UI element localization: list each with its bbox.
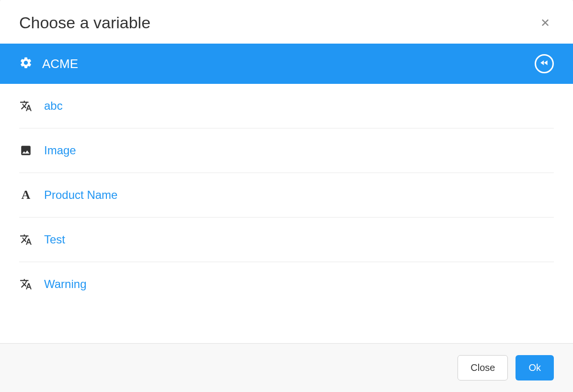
variable-item-product-name[interactable]: A Product Name [19, 173, 554, 218]
modal-footer: Close Ok [0, 343, 573, 392]
variable-label: Warning [44, 277, 86, 291]
modal-header: Choose a variable ✕ [0, 0, 573, 44]
variable-label: Test [44, 233, 65, 246]
font-icon: A [19, 188, 33, 202]
gear-icon [19, 56, 33, 71]
variable-item-warning[interactable]: Warning [19, 262, 554, 306]
choose-variable-modal: Choose a variable ✕ ACME abc Image [0, 0, 573, 392]
close-icon[interactable]: ✕ [537, 15, 554, 31]
category-label: ACME [42, 57, 78, 71]
variable-list: abc Image A Product Name Test Warning [0, 84, 573, 343]
variable-item-abc[interactable]: abc [19, 84, 554, 128]
variable-item-image[interactable]: Image [19, 128, 554, 173]
translate-icon [19, 277, 33, 291]
translate-icon [19, 99, 33, 113]
category-bar: ACME [0, 44, 573, 84]
translate-icon [19, 233, 33, 246]
modal-title: Choose a variable [19, 13, 150, 32]
rewind-icon [539, 58, 549, 69]
variable-item-test[interactable]: Test [19, 218, 554, 262]
variable-label: Image [44, 144, 76, 157]
image-icon [19, 144, 33, 157]
close-button[interactable]: Close [458, 355, 508, 380]
category-left: ACME [19, 56, 78, 71]
rewind-button[interactable] [535, 54, 554, 73]
variable-label: abc [44, 99, 63, 113]
ok-button[interactable]: Ok [516, 355, 554, 380]
variable-label: Product Name [44, 188, 117, 202]
